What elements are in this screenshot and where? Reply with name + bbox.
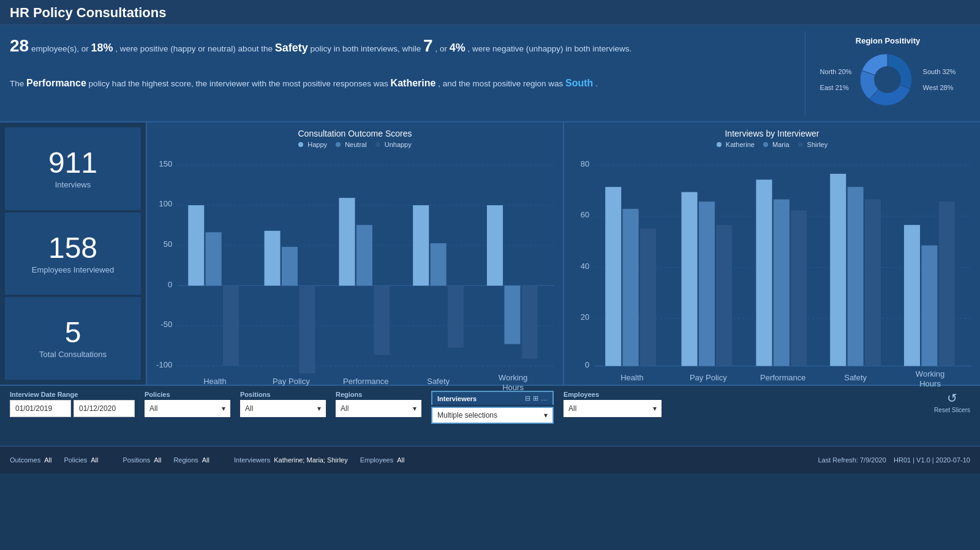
grid-icon[interactable]: ⊞ (533, 394, 538, 402)
summary-row: 28 employee(s), or 18% , were positive (… (0, 25, 980, 121)
employees-label: Employees Interviewed (32, 265, 114, 274)
maria-dot (763, 142, 768, 147)
reset-label: Reset Slicers (934, 407, 970, 413)
regions-group: Regions All ▾ (336, 391, 421, 417)
svg-text:Safety: Safety (427, 377, 450, 386)
svg-rect-16 (265, 231, 281, 285)
filter-icon[interactable]: ⊟ (525, 394, 530, 402)
regions-select[interactable]: All ▾ (336, 400, 421, 417)
consultation-chart-area: 150 100 50 0 -50 -100 (152, 152, 558, 393)
svg-text:Working: Working (916, 369, 944, 379)
interviewers-select[interactable]: Multiple selections ▾ (431, 407, 554, 424)
shirley-dot (798, 142, 803, 147)
policies-value: All (149, 404, 157, 413)
svg-rect-13 (188, 205, 204, 285)
svg-rect-24 (448, 285, 464, 347)
svg-text:50: 50 (164, 239, 172, 249)
svg-text:Hours: Hours (919, 379, 941, 388)
svg-text:100: 100 (159, 199, 172, 208)
footer-policies-label: Policies (64, 456, 87, 464)
policies-group: Policies All ▾ (145, 391, 230, 417)
positions-value: All (245, 404, 253, 413)
svg-rect-21 (374, 285, 390, 355)
footer-outcomes: Outcomes All (10, 456, 51, 464)
region-positivity-panel: Region Positivity North 20% East 21% Sou… (805, 31, 970, 115)
svg-rect-20 (356, 225, 372, 285)
text4: , or (435, 44, 449, 53)
positions-select[interactable]: All ▾ (240, 400, 326, 417)
unhappy-dot (375, 142, 380, 147)
katherine-legend: Katherine (717, 141, 755, 148)
interviewers-label: Interviewers (437, 395, 477, 402)
svg-rect-57 (921, 246, 937, 366)
footer-employees-label: Employees (360, 456, 393, 464)
donut-labels-right: South 32% West 28% (923, 68, 956, 91)
svg-rect-26 (504, 285, 520, 344)
version-info: HR01 | V1.0 | 2020-07-10 (894, 456, 970, 464)
num1: 28 (10, 36, 29, 55)
interviewers-header: Interviewers ⊟ ⊞ … (431, 391, 554, 405)
south-label: South 32% (923, 68, 956, 75)
svg-text:Pay Policy: Pay Policy (690, 373, 727, 382)
stats-panel: 911 Interviews 158 Employees Interviewed… (0, 122, 147, 385)
footer-interviewers-label: Interviewers (234, 456, 270, 464)
text3: policy in both interviews, while (310, 44, 423, 53)
policies-select[interactable]: All ▾ (145, 400, 230, 417)
employees-group: Employees All ▾ (564, 391, 662, 417)
svg-text:20: 20 (581, 312, 589, 322)
svg-rect-48 (699, 202, 715, 366)
summary-line2: The Performance policy had the highest s… (10, 75, 793, 91)
neutral-dot (336, 142, 341, 147)
footer-interviewers: Interviewers Katherine; Maria; Shirley (234, 456, 348, 464)
region-positivity-title: Region Positivity (813, 36, 963, 45)
page-title: HR Policy Consultations (10, 5, 970, 21)
interviewers-chevron-icon: ▾ (544, 411, 548, 420)
more-icon[interactable]: … (541, 394, 548, 402)
katherine-dot (717, 142, 722, 147)
donut-container: North 20% East 21% South 32% West 28% (813, 49, 963, 110)
date-from-input[interactable] (10, 400, 71, 417)
consultation-chart-panel: Consultation Outcome Scores Happy Neutra… (147, 122, 564, 385)
region-name: South (565, 78, 593, 88)
interviewer-chart-area: 80 60 40 20 0 (569, 152, 975, 393)
svg-text:Working: Working (499, 373, 527, 382)
svg-rect-22 (413, 205, 429, 285)
footer-positions-label: Positions (123, 456, 151, 464)
svg-text:Performance: Performance (760, 373, 805, 382)
date-range-label: Interview Date Range (10, 391, 135, 398)
date-to-input[interactable] (74, 400, 135, 417)
text6: The (10, 79, 26, 88)
donut-chart (857, 49, 918, 110)
employees-card[interactable]: 158 Employees Interviewed (5, 213, 141, 295)
interviewer-legend: Katherine Maria Shirley (569, 141, 975, 148)
interviewer-chart-title: Interviews by Interviewer (569, 129, 975, 138)
employees-select[interactable]: All ▾ (564, 400, 662, 417)
shirley-legend: Shirley (798, 141, 828, 148)
regions-value: All (341, 404, 349, 413)
regions-chevron-icon: ▾ (413, 404, 417, 413)
pct1: 18% (91, 42, 113, 54)
happy-legend: Happy (298, 141, 327, 148)
footer-group-1: Outcomes All Policies All (10, 456, 99, 464)
footer-outcomes-value: All (44, 456, 51, 464)
main-content: 911 Interviews 158 Employees Interviewed… (0, 121, 980, 385)
footer-group-3: Interviewers Katherine; Maria; Shirley E… (234, 456, 404, 464)
svg-text:Health: Health (203, 377, 227, 386)
consultations-label: Total Consultations (39, 350, 107, 359)
svg-text:Health: Health (620, 373, 644, 382)
north-label: North 20% (820, 68, 852, 75)
svg-rect-46 (640, 228, 656, 366)
consultations-card[interactable]: 5 Total Consultations (5, 297, 141, 380)
neutral-legend: Neutral (336, 141, 367, 148)
svg-rect-15 (223, 285, 239, 366)
text2: , were positive (happy or neutral) about… (115, 44, 274, 53)
employees-chevron-icon: ▾ (653, 404, 657, 413)
pct2: 4% (450, 42, 466, 54)
svg-rect-52 (791, 210, 807, 366)
num2: 7 (423, 36, 433, 55)
consultation-chart-title: Consultation Outcome Scores (152, 129, 558, 138)
interviewers-header-icons: ⊟ ⊞ … (525, 394, 548, 402)
reset-slicers[interactable]: ↺ Reset Slicers (934, 391, 970, 413)
last-refresh: Last Refresh: 7/9/2020 (818, 456, 886, 464)
interviews-card[interactable]: 911 Interviews (5, 127, 141, 210)
